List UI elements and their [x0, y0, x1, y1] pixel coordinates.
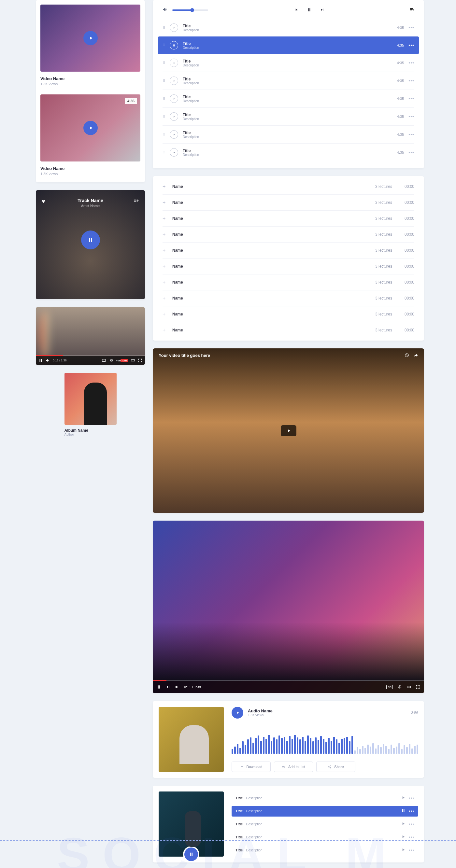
- expand-icon[interactable]: +: [162, 216, 166, 221]
- more-icon[interactable]: •••: [409, 796, 414, 801]
- pause-icon[interactable]: [401, 808, 405, 814]
- drag-handle-icon[interactable]: ⠿: [162, 115, 165, 119]
- play-button[interactable]: [232, 707, 243, 718]
- more-icon[interactable]: •••: [409, 822, 414, 827]
- download-button[interactable]: Download: [232, 762, 271, 772]
- lecture-row[interactable]: +Name3 lectures00:00: [162, 290, 414, 306]
- volume-icon[interactable]: [45, 358, 50, 363]
- next-icon[interactable]: [166, 685, 170, 689]
- theater-icon[interactable]: [131, 358, 135, 363]
- play-icon[interactable]: [170, 24, 178, 32]
- more-icon[interactable]: •••: [408, 78, 414, 83]
- more-icon[interactable]: •••: [409, 835, 414, 840]
- lecture-row[interactable]: +Name3 lectures00:00: [162, 211, 414, 227]
- expand-icon[interactable]: +: [162, 199, 166, 206]
- cc-icon[interactable]: CC: [386, 685, 393, 689]
- track-row[interactable]: ⠿TitleDescription4:35•••: [162, 125, 414, 143]
- playlist-row[interactable]: TitleDescription•••: [232, 793, 418, 804]
- expand-icon[interactable]: +: [162, 279, 166, 285]
- queue-icon[interactable]: +: [410, 7, 414, 13]
- pause-button[interactable]: [81, 230, 100, 249]
- waveform[interactable]: [232, 726, 418, 754]
- play-icon[interactable]: [170, 59, 178, 67]
- play-icon[interactable]: [170, 130, 178, 139]
- more-icon[interactable]: •••: [409, 848, 414, 853]
- more-icon[interactable]: •••: [408, 96, 414, 101]
- expand-icon[interactable]: +: [162, 311, 166, 317]
- expand-icon[interactable]: +: [162, 327, 166, 333]
- more-icon[interactable]: •••: [408, 114, 414, 119]
- settings-icon[interactable]: [397, 685, 402, 689]
- lecture-row[interactable]: +Name3 lectures00:00: [162, 243, 414, 258]
- play-button[interactable]: [83, 31, 98, 45]
- theater-icon[interactable]: [406, 685, 411, 689]
- play-icon[interactable]: [401, 847, 405, 853]
- lecture-row[interactable]: +Name3 lectures00:00: [162, 195, 414, 211]
- lecture-row[interactable]: +Name3 lectures00:00: [162, 322, 414, 338]
- add-to-queue-icon[interactable]: ≡+: [134, 198, 139, 203]
- more-icon[interactable]: •••: [408, 132, 414, 137]
- expand-icon[interactable]: +: [162, 264, 166, 269]
- drag-handle-icon[interactable]: ⠿: [162, 43, 165, 48]
- video-thumbnail[interactable]: 4:35: [40, 94, 141, 161]
- track-row[interactable]: ⠿TitleDescription4:35•••: [162, 54, 414, 72]
- lecture-row[interactable]: +Name3 lectures00:00: [162, 258, 414, 275]
- expand-icon[interactable]: +: [162, 247, 166, 253]
- album-card[interactable]: Album Name Author: [64, 373, 117, 436]
- play-button[interactable]: [281, 425, 296, 436]
- volume-icon[interactable]: [175, 685, 180, 689]
- play-icon[interactable]: [170, 76, 178, 85]
- cc-icon[interactable]: [102, 358, 106, 363]
- drag-handle-icon[interactable]: ⠿: [162, 26, 165, 30]
- lecture-row[interactable]: +Name3 lectures00:00: [162, 179, 414, 195]
- youtube-player[interactable]: 0:11 / 1:38 CC: [153, 521, 424, 693]
- fullscreen-icon[interactable]: [138, 358, 142, 363]
- drag-handle-icon[interactable]: ⠿: [162, 132, 165, 137]
- large-video-player[interactable]: Your video title goes here: [153, 348, 424, 513]
- album-thumbnail[interactable]: [64, 373, 117, 425]
- pause-icon[interactable]: [170, 41, 178, 50]
- track-row[interactable]: ⠿TitleDescription4:35•••: [162, 143, 414, 161]
- volume-icon[interactable]: [162, 7, 167, 13]
- expand-icon[interactable]: +: [162, 231, 166, 237]
- share-icon[interactable]: [414, 353, 418, 359]
- lecture-row[interactable]: +Name3 lectures00:00: [162, 227, 414, 243]
- share-button[interactable]: Share: [316, 762, 355, 772]
- add-to-list-button[interactable]: Add to List: [274, 762, 313, 772]
- settings-icon[interactable]: [109, 358, 113, 363]
- more-icon[interactable]: •••: [408, 43, 414, 48]
- prev-icon[interactable]: [294, 7, 298, 13]
- drag-handle-icon[interactable]: ⠿: [162, 79, 165, 83]
- play-icon[interactable]: [170, 148, 178, 157]
- play-icon[interactable]: [170, 94, 178, 103]
- watch-later-icon[interactable]: [404, 353, 409, 359]
- youtube-logo-icon[interactable]: YouTube: [116, 359, 128, 362]
- more-icon[interactable]: •••: [409, 809, 414, 814]
- pause-icon[interactable]: [307, 7, 311, 13]
- mini-video-player[interactable]: 0:11 / 1:38 YouTube: [36, 307, 145, 365]
- play-button[interactable]: [83, 121, 98, 135]
- expand-icon[interactable]: +: [162, 184, 166, 189]
- more-icon[interactable]: •••: [408, 25, 414, 30]
- play-icon[interactable]: [401, 796, 405, 801]
- more-icon[interactable]: •••: [408, 150, 414, 155]
- track-row[interactable]: ⠿TitleDescription4:35•••: [162, 72, 414, 90]
- volume-slider[interactable]: [172, 9, 208, 11]
- video-thumbnail[interactable]: [40, 5, 141, 72]
- lecture-row[interactable]: +Name3 lectures00:00: [162, 275, 414, 290]
- fullscreen-icon[interactable]: [416, 685, 420, 689]
- play-icon[interactable]: [170, 112, 178, 121]
- expand-icon[interactable]: +: [162, 295, 166, 301]
- play-icon[interactable]: [401, 822, 405, 827]
- more-icon[interactable]: •••: [408, 60, 414, 65]
- drag-handle-icon[interactable]: ⠿: [162, 150, 165, 155]
- play-icon[interactable]: [401, 834, 405, 840]
- track-row[interactable]: ⠿TitleDescription4:35•••: [158, 36, 419, 54]
- drag-handle-icon[interactable]: ⠿: [162, 97, 165, 101]
- heart-icon[interactable]: ♥: [42, 198, 45, 205]
- drag-handle-icon[interactable]: ⠿: [162, 61, 165, 65]
- track-row[interactable]: ⠿TitleDescription4:35•••: [162, 19, 414, 36]
- pause-icon[interactable]: [38, 358, 43, 363]
- pause-icon[interactable]: [157, 685, 161, 689]
- lecture-row[interactable]: +Name3 lectures00:00: [162, 306, 414, 322]
